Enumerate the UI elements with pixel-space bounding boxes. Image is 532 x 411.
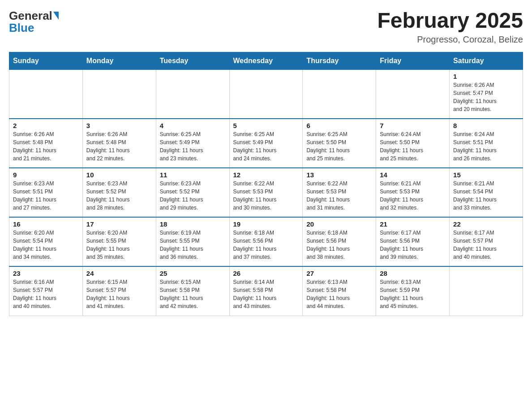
calendar-cell: 4Sunrise: 6:25 AM Sunset: 5:49 PM Daylig…	[156, 119, 229, 168]
calendar-cell: 26Sunrise: 6:14 AM Sunset: 5:58 PM Dayli…	[229, 266, 303, 316]
calendar-cell: 8Sunrise: 6:24 AM Sunset: 5:51 PM Daylig…	[450, 119, 523, 168]
day-info: Sunrise: 6:17 AM Sunset: 5:57 PM Dayligh…	[453, 229, 519, 261]
day-info: Sunrise: 6:24 AM Sunset: 5:51 PM Dayligh…	[453, 130, 519, 163]
day-info: Sunrise: 6:25 AM Sunset: 5:49 PM Dayligh…	[233, 130, 299, 163]
day-info: Sunrise: 6:23 AM Sunset: 5:51 PM Dayligh…	[13, 180, 79, 212]
day-info: Sunrise: 6:25 AM Sunset: 5:49 PM Dayligh…	[160, 130, 226, 163]
day-info: Sunrise: 6:21 AM Sunset: 5:53 PM Dayligh…	[380, 180, 446, 212]
day-info: Sunrise: 6:17 AM Sunset: 5:56 PM Dayligh…	[380, 229, 446, 261]
calendar-header-tuesday: Tuesday	[156, 52, 229, 69]
calendar-week-4: 16Sunrise: 6:20 AM Sunset: 5:54 PM Dayli…	[9, 217, 523, 266]
calendar-cell: 7Sunrise: 6:24 AM Sunset: 5:50 PM Daylig…	[376, 119, 450, 168]
calendar-cell: 27Sunrise: 6:13 AM Sunset: 5:58 PM Dayli…	[303, 266, 376, 316]
calendar-cell: 19Sunrise: 6:18 AM Sunset: 5:56 PM Dayli…	[229, 217, 303, 266]
day-number: 24	[86, 270, 152, 277]
calendar-cell: 13Sunrise: 6:22 AM Sunset: 5:53 PM Dayli…	[303, 168, 376, 217]
calendar-cell: 1Sunrise: 6:26 AM Sunset: 5:47 PM Daylig…	[450, 69, 523, 119]
day-info: Sunrise: 6:20 AM Sunset: 5:54 PM Dayligh…	[13, 229, 79, 261]
day-number: 7	[380, 122, 446, 129]
day-info: Sunrise: 6:25 AM Sunset: 5:50 PM Dayligh…	[306, 130, 372, 163]
day-info: Sunrise: 6:24 AM Sunset: 5:50 PM Dayligh…	[380, 130, 446, 163]
day-number: 19	[233, 220, 299, 228]
calendar-cell: 20Sunrise: 6:18 AM Sunset: 5:56 PM Dayli…	[303, 217, 376, 266]
day-number: 27	[306, 270, 372, 277]
calendar-cell: 11Sunrise: 6:23 AM Sunset: 5:52 PM Dayli…	[156, 168, 229, 217]
day-info: Sunrise: 6:18 AM Sunset: 5:56 PM Dayligh…	[233, 229, 299, 261]
day-number: 6	[306, 122, 372, 129]
calendar-cell: 3Sunrise: 6:26 AM Sunset: 5:48 PM Daylig…	[82, 119, 156, 168]
day-info: Sunrise: 6:13 AM Sunset: 5:58 PM Dayligh…	[306, 278, 372, 310]
day-number: 5	[233, 122, 299, 129]
calendar-cell	[450, 266, 523, 316]
calendar-cell: 6Sunrise: 6:25 AM Sunset: 5:50 PM Daylig…	[303, 119, 376, 168]
calendar-cell: 15Sunrise: 6:21 AM Sunset: 5:54 PM Dayli…	[450, 168, 523, 217]
calendar-header-monday: Monday	[82, 52, 156, 69]
day-number: 1	[453, 73, 519, 80]
day-info: Sunrise: 6:26 AM Sunset: 5:48 PM Dayligh…	[13, 130, 79, 163]
calendar-cell: 24Sunrise: 6:15 AM Sunset: 5:57 PM Dayli…	[82, 266, 156, 316]
day-info: Sunrise: 6:21 AM Sunset: 5:54 PM Dayligh…	[453, 180, 519, 212]
day-number: 13	[306, 171, 372, 179]
calendar-header-thursday: Thursday	[303, 52, 376, 69]
day-number: 28	[380, 270, 446, 277]
day-number: 3	[86, 122, 152, 129]
day-number: 11	[160, 171, 226, 179]
day-info: Sunrise: 6:13 AM Sunset: 5:59 PM Dayligh…	[380, 278, 446, 310]
page-header: General Blue February 2025 Progresso, Co…	[9, 9, 523, 45]
calendar-header-wednesday: Wednesday	[229, 52, 303, 69]
day-number: 9	[13, 171, 79, 179]
calendar-week-1: 1Sunrise: 6:26 AM Sunset: 5:47 PM Daylig…	[9, 69, 523, 119]
calendar-cell: 16Sunrise: 6:20 AM Sunset: 5:54 PM Dayli…	[9, 217, 83, 266]
day-number: 26	[233, 270, 299, 277]
calendar-cell: 5Sunrise: 6:25 AM Sunset: 5:49 PM Daylig…	[229, 119, 303, 168]
location-title: Progresso, Corozal, Belize	[377, 34, 523, 45]
calendar-cell	[376, 69, 450, 119]
day-info: Sunrise: 6:20 AM Sunset: 5:55 PM Dayligh…	[86, 229, 152, 261]
day-number: 18	[160, 220, 226, 228]
calendar-cell	[82, 69, 156, 119]
calendar-week-3: 9Sunrise: 6:23 AM Sunset: 5:51 PM Daylig…	[9, 168, 523, 217]
month-title: February 2025	[377, 9, 523, 33]
day-number: 14	[380, 171, 446, 179]
day-info: Sunrise: 6:26 AM Sunset: 5:47 PM Dayligh…	[453, 81, 519, 113]
calendar-cell: 2Sunrise: 6:26 AM Sunset: 5:48 PM Daylig…	[9, 119, 83, 168]
calendar-table: SundayMondayTuesdayWednesdayThursdayFrid…	[9, 52, 523, 316]
calendar-cell: 14Sunrise: 6:21 AM Sunset: 5:53 PM Dayli…	[376, 168, 450, 217]
logo: General Blue	[9, 9, 59, 35]
day-info: Sunrise: 6:18 AM Sunset: 5:56 PM Dayligh…	[306, 229, 372, 261]
day-number: 12	[233, 171, 299, 179]
calendar-header-saturday: Saturday	[450, 52, 523, 69]
day-info: Sunrise: 6:26 AM Sunset: 5:48 PM Dayligh…	[86, 130, 152, 163]
calendar-cell	[9, 69, 83, 119]
day-number: 22	[453, 220, 519, 228]
calendar-cell: 21Sunrise: 6:17 AM Sunset: 5:56 PM Dayli…	[376, 217, 450, 266]
calendar-header-row: SundayMondayTuesdayWednesdayThursdayFrid…	[9, 52, 523, 69]
calendar-cell: 23Sunrise: 6:16 AM Sunset: 5:57 PM Dayli…	[9, 266, 83, 316]
day-info: Sunrise: 6:14 AM Sunset: 5:58 PM Dayligh…	[233, 278, 299, 310]
day-number: 4	[160, 122, 226, 129]
day-number: 17	[86, 220, 152, 228]
day-number: 25	[160, 270, 226, 277]
day-number: 20	[306, 220, 372, 228]
day-info: Sunrise: 6:15 AM Sunset: 5:57 PM Dayligh…	[86, 278, 152, 310]
calendar-week-2: 2Sunrise: 6:26 AM Sunset: 5:48 PM Daylig…	[9, 119, 523, 168]
day-info: Sunrise: 6:19 AM Sunset: 5:55 PM Dayligh…	[160, 229, 226, 261]
day-number: 16	[13, 220, 79, 228]
calendar-cell: 28Sunrise: 6:13 AM Sunset: 5:59 PM Dayli…	[376, 266, 450, 316]
day-info: Sunrise: 6:23 AM Sunset: 5:52 PM Dayligh…	[86, 180, 152, 212]
logo-blue: Blue	[9, 21, 34, 35]
day-info: Sunrise: 6:22 AM Sunset: 5:53 PM Dayligh…	[306, 180, 372, 212]
calendar-header-sunday: Sunday	[9, 52, 83, 69]
day-info: Sunrise: 6:22 AM Sunset: 5:53 PM Dayligh…	[233, 180, 299, 212]
day-number: 10	[86, 171, 152, 179]
calendar-cell: 12Sunrise: 6:22 AM Sunset: 5:53 PM Dayli…	[229, 168, 303, 217]
day-info: Sunrise: 6:16 AM Sunset: 5:57 PM Dayligh…	[13, 278, 79, 310]
calendar-week-5: 23Sunrise: 6:16 AM Sunset: 5:57 PM Dayli…	[9, 266, 523, 316]
calendar-cell: 22Sunrise: 6:17 AM Sunset: 5:57 PM Dayli…	[450, 217, 523, 266]
title-block: February 2025 Progresso, Corozal, Belize	[377, 9, 523, 45]
calendar-cell	[229, 69, 303, 119]
day-number: 2	[13, 122, 79, 129]
day-number: 21	[380, 220, 446, 228]
day-number: 8	[453, 122, 519, 129]
calendar-cell	[303, 69, 376, 119]
